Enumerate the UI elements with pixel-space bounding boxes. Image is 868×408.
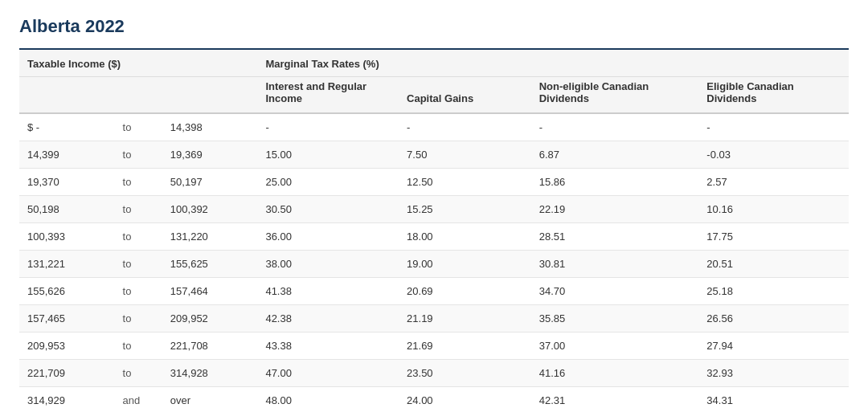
cell-capital: 7.50 — [399, 141, 531, 169]
cell-eligible: 25.18 — [698, 278, 849, 305]
cell-capital: 18.00 — [399, 223, 531, 251]
cell-to: 50,197 — [162, 169, 258, 196]
cell-capital: - — [399, 113, 531, 141]
table-row: 50,198to100,39230.5015.2522.1910.16 — [19, 196, 849, 223]
table-row: 14,399to19,36915.007.506.87-0.03 — [19, 141, 849, 169]
cell-interest: 41.38 — [257, 278, 399, 305]
page-title: Alberta 2022 — [19, 16, 849, 37]
cell-separator: to — [115, 113, 162, 141]
cell-capital: 21.19 — [399, 305, 531, 333]
cell-eligible: 34.31 — [698, 387, 849, 409]
cell-capital: 20.69 — [399, 278, 531, 305]
cell-non-eligible: - — [531, 113, 699, 141]
cell-separator: to — [115, 223, 162, 251]
cell-non-eligible: 6.87 — [531, 141, 699, 169]
cell-interest: 15.00 — [257, 141, 399, 169]
cell-to: 155,625 — [162, 251, 258, 278]
cell-separator: to — [115, 360, 162, 387]
cell-to: 221,708 — [162, 333, 258, 360]
cell-non-eligible: 30.81 — [531, 251, 699, 278]
table-row: 209,953to221,70843.3821.6937.0027.94 — [19, 333, 849, 360]
cell-from: 50,198 — [19, 196, 115, 223]
cell-interest: 30.50 — [257, 196, 399, 223]
cell-capital: 23.50 — [399, 360, 531, 387]
cell-from: 131,221 — [19, 251, 115, 278]
col-separator-header — [115, 77, 162, 114]
cell-separator: to — [115, 196, 162, 223]
cell-to: 100,392 — [162, 196, 258, 223]
cell-eligible: 20.51 — [698, 251, 849, 278]
capital-gains-header: Capital Gains — [399, 77, 531, 114]
table-row: 19,370to50,19725.0012.5015.862.57 — [19, 169, 849, 196]
cell-eligible: 17.75 — [698, 223, 849, 251]
table-row: 131,221to155,62538.0019.0030.8120.51 — [19, 251, 849, 278]
cell-eligible: 10.16 — [698, 196, 849, 223]
table-row: 155,626to157,46441.3820.6934.7025.18 — [19, 278, 849, 305]
cell-to: 14,398 — [162, 113, 258, 141]
cell-non-eligible: 28.51 — [531, 223, 699, 251]
cell-capital: 15.25 — [399, 196, 531, 223]
cell-from: $ - — [19, 113, 115, 141]
col-to-header — [162, 77, 258, 114]
cell-from: 157,465 — [19, 305, 115, 333]
marginal-tax-rates-header: Marginal Tax Rates (%) — [257, 49, 849, 77]
cell-non-eligible: 15.86 — [531, 169, 699, 196]
cell-to: 209,952 — [162, 305, 258, 333]
cell-eligible: - — [698, 113, 849, 141]
non-eligible-dividends-header: Non-eligible Canadian Dividends — [531, 77, 699, 114]
cell-from: 100,393 — [19, 223, 115, 251]
cell-non-eligible: 37.00 — [531, 333, 699, 360]
cell-non-eligible: 35.85 — [531, 305, 699, 333]
cell-interest: 25.00 — [257, 169, 399, 196]
cell-interest: 48.00 — [257, 387, 399, 409]
cell-eligible: 32.93 — [698, 360, 849, 387]
cell-from: 155,626 — [19, 278, 115, 305]
cell-to: 157,464 — [162, 278, 258, 305]
cell-capital: 19.00 — [399, 251, 531, 278]
cell-to: 19,369 — [162, 141, 258, 169]
cell-non-eligible: 22.19 — [531, 196, 699, 223]
taxable-income-header: Taxable Income ($) — [19, 49, 257, 77]
cell-separator: to — [115, 305, 162, 333]
cell-from: 221,709 — [19, 360, 115, 387]
cell-separator: to — [115, 278, 162, 305]
cell-non-eligible: 41.16 — [531, 360, 699, 387]
cell-from: 209,953 — [19, 333, 115, 360]
cell-eligible: 27.94 — [698, 333, 849, 360]
cell-separator: to — [115, 333, 162, 360]
cell-to: over — [162, 387, 258, 409]
cell-eligible: -0.03 — [698, 141, 849, 169]
cell-interest: 42.38 — [257, 305, 399, 333]
cell-interest: 43.38 — [257, 333, 399, 360]
cell-separator: to — [115, 251, 162, 278]
cell-capital: 24.00 — [399, 387, 531, 409]
cell-capital: 21.69 — [399, 333, 531, 360]
cell-capital: 12.50 — [399, 169, 531, 196]
cell-interest: 47.00 — [257, 360, 399, 387]
table-row: $ -to14,398---- — [19, 113, 849, 141]
cell-from: 19,370 — [19, 169, 115, 196]
table-row: 157,465to209,95242.3821.1935.8526.56 — [19, 305, 849, 333]
cell-to: 314,928 — [162, 360, 258, 387]
cell-from: 314,929 — [19, 387, 115, 409]
cell-separator: and — [115, 387, 162, 409]
cell-interest: 38.00 — [257, 251, 399, 278]
cell-interest: 36.00 — [257, 223, 399, 251]
cell-separator: to — [115, 141, 162, 169]
cell-from: 14,399 — [19, 141, 115, 169]
cell-non-eligible: 34.70 — [531, 278, 699, 305]
table-row: 100,393to131,22036.0018.0028.5117.75 — [19, 223, 849, 251]
table-row: 314,929andover48.0024.0042.3134.31 — [19, 387, 849, 409]
interest-income-header: Interest and Regular Income — [257, 77, 399, 114]
cell-interest: - — [257, 113, 399, 141]
cell-non-eligible: 42.31 — [531, 387, 699, 409]
cell-eligible: 26.56 — [698, 305, 849, 333]
cell-to: 131,220 — [162, 223, 258, 251]
col-from-header — [19, 77, 115, 114]
cell-eligible: 2.57 — [698, 169, 849, 196]
eligible-dividends-header: Eligible Canadian Dividends — [698, 77, 849, 114]
table-row: 221,709to314,92847.0023.5041.1632.93 — [19, 360, 849, 387]
cell-separator: to — [115, 169, 162, 196]
tax-table: Taxable Income ($) Marginal Tax Rates (%… — [19, 48, 849, 408]
